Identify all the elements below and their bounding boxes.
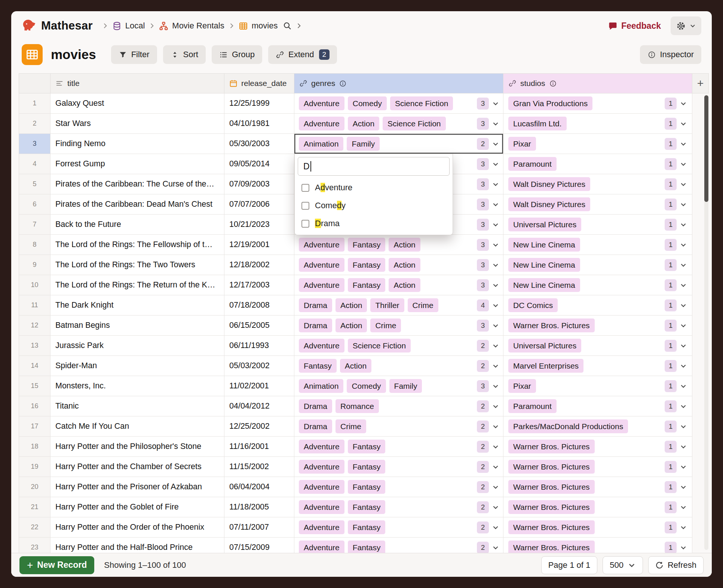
chevron-down-icon[interactable] xyxy=(680,201,687,208)
row-number-cell[interactable]: 17 xyxy=(19,416,50,437)
chevron-down-icon[interactable] xyxy=(492,524,499,531)
release-date-cell[interactable]: 07/11/2007 xyxy=(224,517,294,538)
chevron-down-icon[interactable] xyxy=(680,342,687,350)
title-cell[interactable]: Pirates of the Caribbean: Dead Man's Che… xyxy=(50,194,224,215)
brand-home-link[interactable]: Mathesar xyxy=(22,18,93,33)
title-cell[interactable]: Batman Begins xyxy=(50,315,224,336)
chevron-down-icon[interactable] xyxy=(492,140,499,148)
column-header-release-date[interactable]: release_date xyxy=(224,73,294,93)
genres-cell[interactable]: FantasyAction 2 xyxy=(294,356,503,376)
chevron-down-icon[interactable] xyxy=(492,443,499,450)
release-date-cell[interactable]: 07/18/2008 xyxy=(224,295,294,315)
row-number-cell[interactable]: 6 xyxy=(19,194,50,215)
chevron-down-icon[interactable] xyxy=(492,403,499,410)
studios-cell[interactable]: Parkes/MacDonald Productions 1 xyxy=(503,416,692,437)
studios-cell[interactable]: Marvel Enterprises 1 xyxy=(503,356,692,376)
chevron-down-icon[interactable] xyxy=(680,181,687,188)
chevron-down-icon[interactable] xyxy=(492,100,499,107)
title-cell[interactable]: Monsters, Inc. xyxy=(50,376,224,396)
title-cell[interactable]: Pirates of the Caribbean: The Curse of t… xyxy=(50,174,224,194)
title-cell[interactable]: Harry Potter and the Half-Blood Prince xyxy=(50,538,224,553)
release-date-cell[interactable]: 07/15/2009 xyxy=(224,538,294,553)
column-header-title[interactable]: title xyxy=(50,73,224,93)
row-number-cell[interactable]: 14 xyxy=(19,356,50,376)
title-cell[interactable]: Finding Nemo xyxy=(50,134,224,154)
title-cell[interactable]: Harry Potter and the Chamber of Secrets xyxy=(50,457,224,477)
studios-cell[interactable]: Walt Disney Pictures 1 xyxy=(503,174,692,194)
chevron-down-icon[interactable] xyxy=(680,423,687,430)
extend-button[interactable]: Extend 2 xyxy=(268,45,337,64)
chevron-down-icon[interactable] xyxy=(680,524,687,531)
chevron-down-icon[interactable] xyxy=(680,120,687,127)
row-number-cell[interactable]: 18 xyxy=(19,437,50,457)
chevron-down-icon[interactable] xyxy=(492,544,499,551)
title-cell[interactable]: Harry Potter and the Prisoner of Azkaban xyxy=(50,477,224,497)
row-number-cell[interactable]: 2 xyxy=(19,114,50,134)
checkbox-icon[interactable] xyxy=(301,184,309,192)
genres-cell[interactable]: AdventureFantasy 2 xyxy=(294,497,503,517)
genres-cell[interactable]: AdventureFantasy 2 xyxy=(294,477,503,497)
studios-cell[interactable]: Gran Via Productions 1 xyxy=(503,93,692,114)
title-cell[interactable]: Jurassic Park xyxy=(50,336,224,356)
search-icon[interactable] xyxy=(283,21,292,30)
chevron-down-icon[interactable] xyxy=(492,362,499,370)
title-cell[interactable]: Harry Potter and the Philosopher's Stone xyxy=(50,437,224,457)
info-icon[interactable] xyxy=(339,80,347,87)
title-cell[interactable]: Titanic xyxy=(50,396,224,416)
chevron-down-icon[interactable] xyxy=(680,241,687,249)
pagination-button[interactable]: Page 1 of 1 xyxy=(541,556,598,574)
title-cell[interactable]: Forrest Gump xyxy=(50,154,224,174)
genres-cell[interactable]: AdventureFantasyAction 3 xyxy=(294,235,503,255)
filter-button[interactable]: Filter xyxy=(111,45,157,64)
row-number-cell[interactable]: 8 xyxy=(19,235,50,255)
title-cell[interactable]: Catch Me If You Can xyxy=(50,416,224,437)
chevron-down-icon[interactable] xyxy=(492,261,499,269)
title-cell[interactable]: The Lord of the Rings: The Two Towers xyxy=(50,255,224,275)
row-number-cell[interactable]: 20 xyxy=(19,477,50,497)
page-size-select[interactable]: 500 xyxy=(603,556,643,574)
release-date-cell[interactable]: 06/04/2004 xyxy=(224,477,294,497)
row-number-cell[interactable]: 1 xyxy=(19,93,50,114)
release-date-cell[interactable]: 12/25/2002 xyxy=(224,416,294,437)
row-number-cell[interactable]: 11 xyxy=(19,295,50,315)
studios-cell[interactable]: Pixar 1 xyxy=(503,134,692,154)
chevron-down-icon[interactable] xyxy=(680,281,687,289)
chevron-down-icon[interactable] xyxy=(680,544,687,551)
chevron-down-icon[interactable] xyxy=(492,241,499,249)
chevron-down-icon[interactable] xyxy=(492,281,499,289)
chevron-down-icon[interactable] xyxy=(680,463,687,471)
chevron-down-icon[interactable] xyxy=(680,261,687,269)
feedback-button[interactable]: Feedback xyxy=(608,21,661,31)
new-record-button[interactable]: + New Record xyxy=(19,556,94,574)
checkbox-icon[interactable] xyxy=(301,202,309,210)
release-date-cell[interactable]: 05/03/2002 xyxy=(224,356,294,376)
studios-cell[interactable]: DC Comics 1 xyxy=(503,295,692,315)
title-cell[interactable]: Galaxy Quest xyxy=(50,93,224,114)
genres-cell[interactable]: AdventureFantasy 2 xyxy=(294,517,503,538)
chevron-down-icon[interactable] xyxy=(492,504,499,511)
chevron-down-icon[interactable] xyxy=(492,463,499,471)
studios-cell[interactable]: Warner Bros. Pictures 1 xyxy=(503,437,692,457)
chevron-down-icon[interactable] xyxy=(492,201,499,208)
dropdown-option[interactable]: Adventure xyxy=(298,179,450,197)
studios-cell[interactable]: Warner Bros. Pictures 1 xyxy=(503,517,692,538)
chevron-down-icon[interactable] xyxy=(492,483,499,491)
studios-cell[interactable]: Universal Pictures 1 xyxy=(503,336,692,356)
chevron-down-icon[interactable] xyxy=(492,302,499,309)
studios-cell[interactable]: Warner Bros. Pictures 1 xyxy=(503,538,692,553)
chevron-down-icon[interactable] xyxy=(492,120,499,127)
info-icon[interactable] xyxy=(549,80,557,87)
column-header-studios[interactable]: studios xyxy=(503,73,692,93)
studios-cell[interactable]: New Line Cinema 1 xyxy=(503,235,692,255)
genres-cell[interactable]: AdventureScience Fiction 2 xyxy=(294,336,503,356)
genres-cell[interactable]: AdventureFantasyAction 3 xyxy=(294,275,503,295)
dropdown-search-input[interactable]: D xyxy=(298,157,450,176)
release-date-cell[interactable]: 12/25/1999 xyxy=(224,93,294,114)
inspector-button[interactable]: Inspector xyxy=(640,45,702,64)
row-number-cell[interactable]: 4 xyxy=(19,154,50,174)
genres-cell[interactable]: DramaCrime 2 xyxy=(294,416,503,437)
chevron-down-icon[interactable] xyxy=(680,504,687,511)
release-date-cell[interactable]: 12/19/2001 xyxy=(224,235,294,255)
chevron-down-icon[interactable] xyxy=(492,322,499,329)
scrollbar-thumb[interactable] xyxy=(704,95,708,202)
